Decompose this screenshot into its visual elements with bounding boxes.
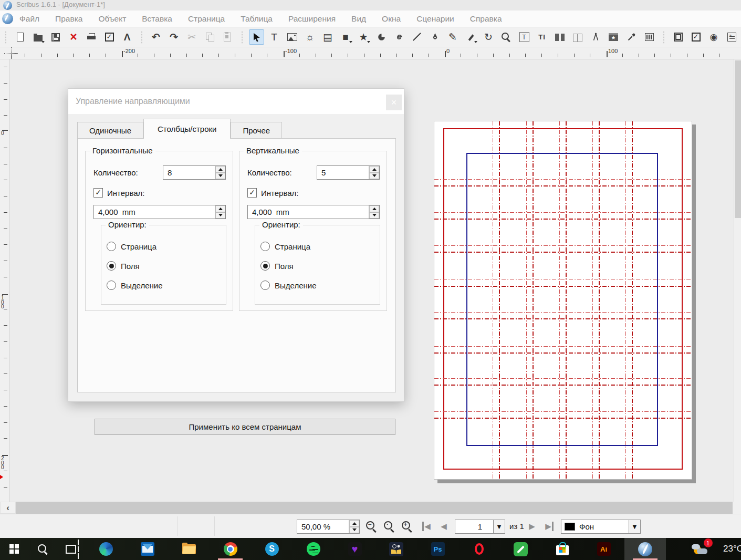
zoom-spin-down[interactable] — [349, 527, 359, 534]
guide-horizontal[interactable] — [434, 378, 692, 379]
guide-horizontal[interactable] — [434, 318, 692, 319]
spin-up[interactable] — [369, 166, 379, 173]
horizontal-interval-checkbox[interactable]: ✓ — [93, 188, 103, 198]
redo-button[interactable]: ↷ — [166, 29, 182, 45]
task-view-taskbar-button[interactable] — [57, 538, 85, 560]
spin-down[interactable] — [369, 212, 379, 219]
spiral-button[interactable] — [392, 29, 407, 45]
guide-horizontal[interactable] — [434, 418, 692, 419]
spin-up[interactable] — [215, 166, 225, 173]
barcode-button[interactable] — [642, 29, 657, 45]
menu-item-4[interactable]: Вставка — [142, 14, 172, 24]
layer-selector[interactable]: Фон ▼ — [561, 520, 641, 534]
horizontal-interval-input[interactable]: 4,000 mm — [93, 205, 226, 219]
spin-up[interactable] — [369, 205, 379, 212]
menu-item-6[interactable]: Таблица — [241, 14, 273, 24]
previous-page-button[interactable]: ◀ — [437, 520, 451, 533]
paste-button[interactable] — [220, 29, 235, 45]
image-frame-button[interactable] — [285, 29, 300, 45]
horizontal-count-input[interactable]: 8 — [163, 165, 226, 180]
opera-taskbar-button[interactable] — [458, 538, 500, 560]
pdf-checkbox-button[interactable]: ✓ — [688, 29, 704, 45]
pdf-pushbutton-button[interactable] — [671, 29, 686, 45]
guide-horizontal[interactable] — [434, 312, 692, 313]
zoom-level-input[interactable]: 50,00 % — [297, 520, 360, 534]
spin-down[interactable] — [369, 173, 379, 180]
open-button[interactable] — [30, 29, 46, 45]
guide-vertical[interactable] — [632, 121, 633, 479]
spotify-taskbar-button[interactable] — [293, 538, 334, 560]
eyedropper-button[interactable] — [624, 29, 639, 45]
menu-item-2[interactable]: Правка — [55, 14, 82, 24]
vertical-count-input[interactable]: 5 — [317, 165, 380, 180]
zoom-out-button[interactable]: − — [364, 521, 378, 533]
undo-button[interactable]: ↶ — [149, 29, 164, 45]
spin-down[interactable] — [215, 212, 225, 219]
guide-vertical[interactable] — [526, 121, 527, 479]
explorer-taskbar-button[interactable] — [168, 538, 210, 560]
first-page-button[interactable]: ◀ — [420, 520, 433, 533]
guide-vertical[interactable] — [599, 121, 600, 479]
vertical-scrollbar[interactable] — [734, 59, 741, 502]
radio-option[interactable]: Выделение — [260, 280, 316, 291]
guide-horizontal[interactable] — [434, 219, 692, 220]
spinner[interactable] — [369, 166, 379, 179]
search-taskbar-button[interactable] — [28, 538, 57, 560]
menu-item-8[interactable]: Вид — [351, 14, 366, 24]
guide-vertical[interactable] — [493, 121, 493, 479]
preflight-button[interactable]: ✓ — [102, 29, 117, 45]
radio-option[interactable]: Поля — [260, 261, 294, 271]
guide-vertical[interactable] — [625, 121, 626, 479]
polygon-button[interactable]: ★ — [356, 29, 371, 45]
scribus-taskbar-button[interactable] — [624, 538, 666, 560]
scroll-left-button[interactable]: ‹ — [0, 502, 16, 514]
freehand-button[interactable]: ✎ — [445, 29, 461, 45]
guide-horizontal[interactable] — [434, 179, 692, 180]
line-button[interactable] — [410, 29, 425, 45]
table-button[interactable]: ▤ — [320, 29, 336, 45]
guide-horizontal[interactable] — [434, 352, 692, 354]
guide-vertical[interactable] — [592, 121, 593, 479]
zoom-spinner[interactable] — [349, 520, 359, 533]
next-page-button[interactable]: ▶ — [525, 520, 539, 533]
menu-item-10[interactable]: Сценарии — [416, 14, 454, 24]
edit-contents-button[interactable]: T — [517, 29, 532, 45]
pdf-radio-button[interactable]: ◉ — [706, 29, 722, 45]
horizontal-scrollbar[interactable]: ‹ — [0, 502, 741, 514]
tab-1[interactable]: Одиночные — [77, 122, 143, 138]
menu-item-3[interactable]: Объект — [98, 14, 126, 24]
copy-properties-button[interactable]: ★ — [606, 29, 621, 45]
last-page-button[interactable]: ▶ — [542, 520, 556, 533]
text-frame-button[interactable]: T — [267, 29, 282, 45]
tab-3[interactable]: Прочее — [231, 122, 282, 138]
illustrator-taskbar-button[interactable]: Ai — [583, 538, 624, 560]
arc-button[interactable] — [374, 29, 389, 45]
vertical-scrollbar-thumb[interactable] — [735, 60, 741, 218]
cut-button[interactable]: ✂ — [184, 29, 200, 45]
pdf-export-button[interactable]: Λ — [120, 29, 135, 45]
edit-text-button[interactable]: TI — [535, 29, 550, 45]
heart-taskbar-button[interactable]: ♥ — [334, 538, 375, 560]
skype-taskbar-button[interactable]: S — [251, 538, 293, 560]
dialog-titlebar[interactable]: Управление направляющими × — [68, 89, 404, 114]
guide-vertical[interactable] — [566, 121, 567, 479]
calligraphy-button[interactable] — [463, 29, 478, 45]
pdf-textfield-button[interactable] — [724, 29, 739, 45]
zoom-spin-up[interactable] — [349, 520, 359, 527]
menu-item-9[interactable]: Окна — [382, 14, 401, 24]
render-frame-button[interactable]: ☼ — [302, 29, 318, 45]
radio-option[interactable]: Поля — [107, 261, 140, 271]
photoshop-taskbar-button[interactable]: Ps — [417, 538, 458, 560]
save-button[interactable] — [48, 29, 64, 45]
apply-all-pages-button[interactable]: Применить ко всем страницам — [95, 419, 395, 435]
spin-down[interactable] — [215, 173, 225, 180]
horizontal-scrollbar-thumb[interactable] — [16, 502, 733, 514]
guide-horizontal[interactable] — [434, 279, 692, 279]
guide-vertical[interactable] — [533, 121, 534, 479]
spinner[interactable] — [215, 166, 225, 179]
layer-dropdown[interactable]: ▼ — [629, 520, 640, 533]
zoom-button[interactable] — [499, 29, 514, 45]
notes-taskbar-button[interactable] — [500, 538, 541, 560]
zoom-100-button[interactable]: · — [382, 521, 396, 533]
rotate-button[interactable]: ↻ — [481, 29, 496, 45]
